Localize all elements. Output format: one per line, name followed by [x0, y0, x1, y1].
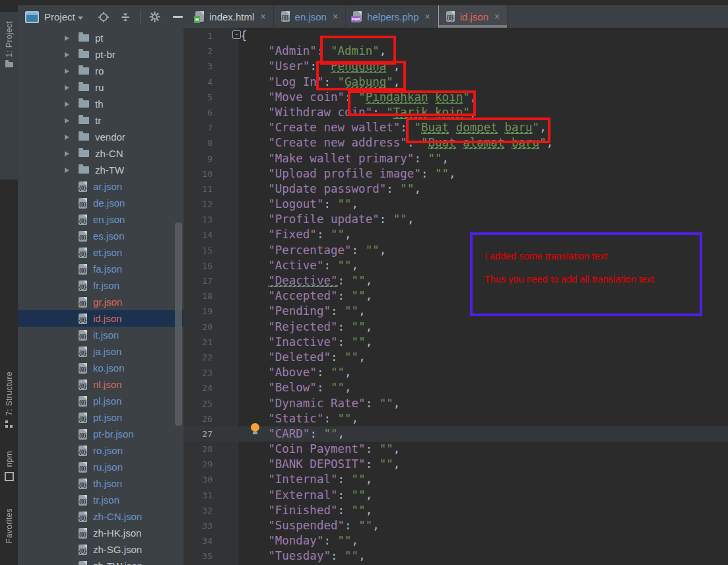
- tree-item-nl.json[interactable]: {0}nl.json: [18, 376, 183, 393]
- code-line[interactable]: "Above": "",: [240, 365, 728, 380]
- expand-arrow-icon[interactable]: [65, 52, 73, 57]
- tree-item-th.json[interactable]: {0}th.json: [18, 475, 183, 492]
- tool-window-button-favorites[interactable]: Favorites: [0, 508, 18, 565]
- tree-item-de.json[interactable]: {0}de.json: [18, 195, 183, 211]
- tree-item-ro[interactable]: ro: [18, 63, 183, 79]
- locate-icon[interactable]: [98, 11, 110, 23]
- tree-item-pt[interactable]: pt: [18, 30, 183, 46]
- editor-tab-helpers.php[interactable]: PHPhelpers.php×: [346, 5, 438, 28]
- code-line[interactable]: "Make wallet primary": "",: [240, 151, 728, 166]
- gear-icon[interactable]: [149, 11, 160, 22]
- code-line[interactable]: "Below": "",: [240, 380, 728, 395]
- tree-item-fa.json[interactable]: {0}fa.json: [18, 261, 183, 277]
- expand-arrow-icon[interactable]: [65, 85, 73, 90]
- tree-item-pt-br.json[interactable]: {0}pt-br.json: [18, 426, 183, 442]
- project-panel-toolbar: Project: [18, 5, 183, 28]
- tree-item-zh-CN[interactable]: zh-CN: [18, 145, 183, 162]
- code-line[interactable]: "Static": "",: [240, 411, 728, 426]
- chevron-down-icon[interactable]: [78, 17, 83, 22]
- expand-arrow-icon[interactable]: [65, 135, 73, 140]
- tree-item-tr[interactable]: tr: [18, 112, 183, 129]
- close-icon[interactable]: ×: [494, 12, 500, 21]
- expand-arrow-icon[interactable]: [65, 36, 73, 41]
- code-line[interactable]: "Log In": "Gabung",: [240, 75, 728, 90]
- tool-window-button-npm[interactable]: npm: [0, 451, 18, 493]
- tree-item-zh-TW[interactable]: zh-TW: [18, 162, 183, 178]
- tree-item-ja.json[interactable]: {0}ja.json: [18, 343, 183, 360]
- code-line[interactable]: "Rejected": "",: [240, 319, 728, 335]
- tree-item-ro.json[interactable]: {0}ro.json: [18, 442, 183, 459]
- code-line[interactable]: {: [240, 28, 728, 44]
- code-line[interactable]: "Upload profile image": "",: [240, 166, 728, 182]
- expand-arrow-icon[interactable]: [65, 151, 73, 156]
- line-number: 32: [183, 503, 237, 518]
- tree-item-th[interactable]: th: [18, 96, 183, 112]
- close-icon[interactable]: ×: [333, 12, 338, 21]
- tree-item-pt.json[interactable]: {0}pt.json: [18, 409, 183, 426]
- code-line[interactable]: "Tuesday": "",: [240, 548, 728, 564]
- tree-item-zh-TW.json[interactable]: {0}zh-TW.json: [18, 558, 183, 565]
- code-line[interactable]: "Deleted": "",: [240, 350, 728, 365]
- tool-window-button-project[interactable]: 1: Project: [0, 12, 18, 180]
- tree-item-zh-HK.json[interactable]: {0}zh-HK.json: [18, 525, 183, 541]
- annotation-box-pindahkan-koin: [348, 90, 476, 116]
- code-line[interactable]: "User": "Pengguna",: [240, 59, 728, 74]
- code-line[interactable]: "Move coin": "Pindahkan koin",: [240, 90, 728, 105]
- close-icon[interactable]: ×: [260, 12, 265, 21]
- code-line[interactable]: "Finished": "",: [240, 503, 728, 518]
- line-number: 4: [183, 75, 237, 90]
- tree-item-ru.json[interactable]: {0}ru.json: [18, 459, 183, 475]
- json-file-icon: {0}: [79, 528, 87, 539]
- expand-arrow-icon[interactable]: [65, 168, 73, 173]
- tree-item-zh-SG.json[interactable]: {0}zh-SG.json: [18, 541, 183, 558]
- code-line[interactable]: "External": "",: [240, 488, 728, 503]
- editor-tab-index.html[interactable]: Hindex.html×: [188, 5, 274, 28]
- tree-item-gr.json[interactable]: {0}gr.json: [18, 294, 183, 310]
- tree-item-pt-br[interactable]: pt-br: [18, 46, 183, 63]
- tree-item-label: et.json: [93, 247, 122, 258]
- tree-item-tr.json[interactable]: {0}tr.json: [18, 492, 183, 508]
- editor-tab-id.json[interactable]: {0}id.json×: [438, 5, 508, 28]
- tree-item-et.json[interactable]: {0}et.json: [18, 244, 183, 261]
- tree-item-ar.json[interactable]: {0}ar.json: [18, 178, 183, 195]
- tree-item-zh-CN.json[interactable]: {0}zh-CN.json: [18, 508, 183, 525]
- tree-item-en.json[interactable]: {0}en.json: [18, 211, 183, 228]
- hide-panel-icon[interactable]: [173, 16, 183, 18]
- code-line[interactable]: "Admin": "Admin",: [240, 44, 728, 59]
- tree-item-ru[interactable]: ru: [18, 79, 183, 96]
- expand-arrow-icon[interactable]: [65, 69, 73, 74]
- collapse-all-icon[interactable]: [120, 12, 131, 22]
- tree-item-ko.json[interactable]: {0}ko.json: [18, 360, 183, 376]
- fold-marker-icon[interactable]: -: [232, 30, 241, 39]
- editor[interactable]: 1234567891011121314151617181920212223242…: [183, 28, 728, 565]
- code-line[interactable]: "Profile update": "",: [240, 212, 728, 227]
- editor-tab-en.json[interactable]: {0}en.json×: [274, 5, 347, 28]
- project-view-selector[interactable]: Project: [44, 11, 75, 22]
- line-number: 26: [183, 411, 237, 426]
- code-line[interactable]: "Suspended": "",: [240, 518, 728, 533]
- code-line[interactable]: "CARD": "",: [240, 426, 728, 442]
- tool-window-button-structure[interactable]: 7: Structure: [0, 372, 18, 432]
- code-line[interactable]: "Coin Payment": "",: [240, 442, 728, 457]
- code-line[interactable]: "Inactive": "",: [240, 335, 728, 350]
- close-icon[interactable]: ×: [425, 12, 430, 21]
- tree-item-id.json[interactable]: {0}id.json: [18, 310, 183, 327]
- tree-item-vendor[interactable]: vendor: [18, 129, 183, 145]
- tree-item-it.json[interactable]: {0}it.json: [18, 327, 183, 343]
- code-line[interactable]: "Internal": "",: [240, 472, 728, 487]
- expand-arrow-icon[interactable]: [65, 102, 73, 107]
- code-line[interactable]: "Update password": "",: [240, 182, 728, 197]
- tree-item-fr.json[interactable]: {0}fr.json: [18, 277, 183, 294]
- line-number: 18: [183, 288, 237, 304]
- tree-item-pl.json[interactable]: {0}pl.json: [18, 393, 183, 409]
- expand-arrow-icon[interactable]: [65, 118, 73, 123]
- intention-bulb-icon[interactable]: [251, 423, 259, 432]
- code-line[interactable]: "Dynamic Rate": "",: [240, 396, 728, 411]
- tree-item-label: ru.json: [93, 461, 123, 473]
- code-line[interactable]: "Logout": "",: [240, 197, 728, 212]
- code-line[interactable]: "BANK DEPOSIT": "",: [240, 457, 728, 472]
- tree-item-label: pt-br.json: [93, 428, 134, 440]
- tree-item-es.json[interactable]: {0}es.json: [18, 228, 183, 244]
- tree-scrollbar-thumb[interactable]: [175, 222, 182, 426]
- code-line[interactable]: "Monday": "",: [240, 533, 728, 548]
